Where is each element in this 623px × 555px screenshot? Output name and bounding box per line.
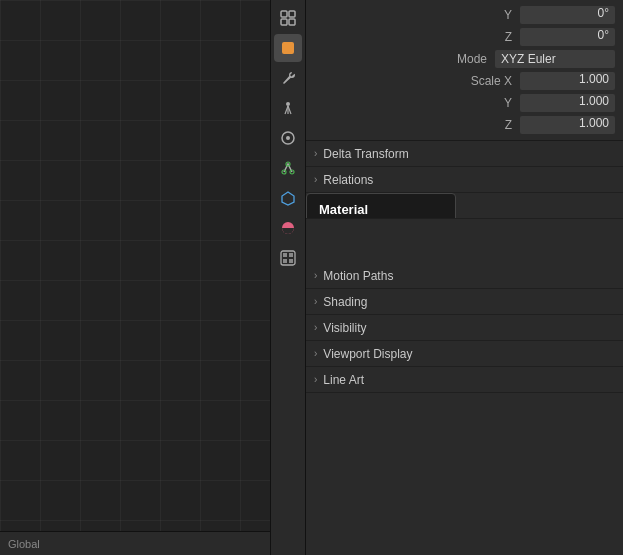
section-line-art[interactable]: › Line Art (306, 367, 623, 393)
icon-sidebar (270, 0, 306, 555)
viewport-bottom-bar: Global (0, 531, 270, 555)
scale-x-value[interactable]: 1.000 (520, 72, 615, 90)
scale-y-value[interactable]: 1.000 (520, 94, 615, 112)
svg-rect-2 (281, 19, 287, 25)
scale-z-value[interactable]: 1.000 (520, 116, 615, 134)
viewport-area: Global (0, 0, 270, 555)
scale-z-row: Z 1.000 (306, 114, 623, 136)
scale-y-row: Y 1.000 (306, 92, 623, 114)
scale-z-label: Z (314, 118, 520, 132)
tooltip-overlay: Material Material Properties (306, 193, 456, 219)
object-icon[interactable] (274, 34, 302, 62)
rotation-mode-row: Mode XYZ Euler (306, 48, 623, 70)
chevron-shading: › (314, 296, 317, 307)
scale-y-label: Y (314, 96, 520, 110)
chevron-viewport-display: › (314, 348, 317, 359)
svg-rect-3 (289, 19, 295, 25)
render-icon[interactable] (274, 244, 302, 272)
section-relations-label: Relations (323, 173, 373, 187)
svg-point-10 (286, 136, 290, 140)
svg-rect-16 (283, 253, 287, 257)
scale-x-row: Scale X 1.000 (306, 70, 623, 92)
physics-icon[interactable] (274, 124, 302, 152)
chevron-visibility: › (314, 322, 317, 333)
rotation-y-label: Y (314, 8, 520, 22)
rotation-y-row: Y 0° (306, 4, 623, 26)
rotation-y-value[interactable]: 0° (520, 6, 615, 24)
svg-rect-18 (283, 259, 287, 263)
chevron-delta-transform: › (314, 148, 317, 159)
rotation-z-value[interactable]: 0° (520, 28, 615, 46)
chevron-line-art: › (314, 374, 317, 385)
section-viewport-display-label: Viewport Display (323, 347, 412, 361)
properties-panel: Y 0° Z 0° Mode XYZ Euler Scale X 1.000 Y… (306, 0, 623, 555)
particles-icon[interactable] (274, 94, 302, 122)
object-data-icon[interactable] (274, 184, 302, 212)
viewport-status: Global (8, 538, 40, 550)
svg-rect-4 (282, 42, 294, 54)
svg-rect-19 (289, 259, 293, 263)
chevron-motion-paths: › (314, 270, 317, 281)
chevron-relations: › (314, 174, 317, 185)
transform-section: Y 0° Z 0° Mode XYZ Euler Scale X 1.000 Y… (306, 0, 623, 141)
constraints-icon[interactable] (274, 154, 302, 182)
material-icon[interactable] (274, 214, 302, 242)
rotation-z-row: Z 0° (306, 26, 623, 48)
viewport-grid (0, 0, 270, 555)
svg-point-5 (286, 102, 290, 106)
section-collections[interactable]: › Collections Material Material Properti… (306, 193, 623, 219)
tooltip-box: Material Material Properties (306, 193, 456, 219)
section-viewport-display[interactable]: › Viewport Display (306, 341, 623, 367)
rotation-mode-label: Mode (314, 52, 495, 66)
section-visibility[interactable]: › Visibility (306, 315, 623, 341)
section-motion-paths-label: Motion Paths (323, 269, 393, 283)
svg-rect-1 (289, 11, 295, 17)
section-visibility-label: Visibility (323, 321, 366, 335)
tooltip-title: Material (319, 202, 443, 217)
svg-rect-0 (281, 11, 287, 17)
section-shading[interactable]: › Shading (306, 289, 623, 315)
section-delta-transform-label: Delta Transform (323, 147, 408, 161)
svg-rect-17 (289, 253, 293, 257)
section-line-art-label: Line Art (323, 373, 364, 387)
scale-x-label: Scale X (314, 74, 520, 88)
section-shading-label: Shading (323, 295, 367, 309)
rotation-z-label: Z (314, 30, 520, 44)
view-icon[interactable] (274, 4, 302, 32)
section-delta-transform[interactable]: › Delta Transform (306, 141, 623, 167)
section-motion-paths[interactable]: › Motion Paths (306, 263, 623, 289)
section-relations[interactable]: › Relations (306, 167, 623, 193)
modifier-icon[interactable] (274, 64, 302, 92)
rotation-mode-value[interactable]: XYZ Euler (495, 50, 615, 68)
